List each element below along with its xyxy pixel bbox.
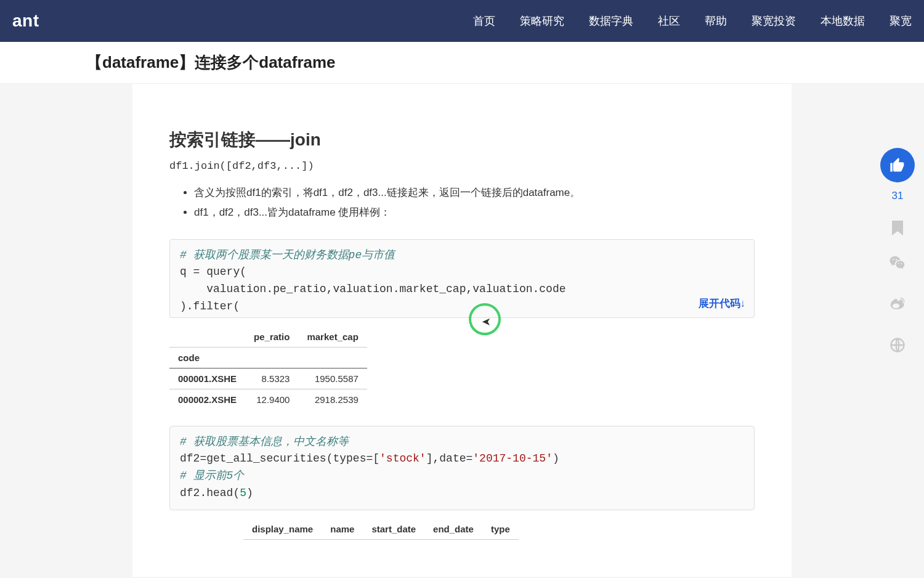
row-index: 000001.XSHE: [169, 368, 245, 389]
expand-code-button[interactable]: 展开代码↓: [694, 296, 746, 312]
nav-links: 首页 策略研究 数据字典 社区 帮助 聚宽投资 本地数据 聚宽: [473, 14, 912, 28]
code-comment: # 获取股票基本信息，中文名称等: [180, 436, 349, 448]
code-comment: # 显示前5个: [180, 470, 244, 482]
article-body: 按索引链接——join df1.join([df2,df3,...]) 含义为按…: [132, 84, 792, 577]
nav-data-dict[interactable]: 数据字典: [589, 14, 633, 28]
col-header: display_name: [243, 519, 322, 540]
code-line: q = query(: [180, 266, 246, 278]
list-item: df1，df2，df3...皆为dataframe 使用样例：: [194, 203, 755, 222]
wechat-icon: [888, 254, 907, 272]
description-list: 含义为按照df1的索引，将df1，df2，df3...链接起来，返回一个链接后的…: [194, 183, 755, 223]
code-comment: # 获取两个股票某一天的财务数据pe与市值: [180, 249, 395, 261]
col-header: market_cap: [298, 327, 367, 348]
nav-more[interactable]: 聚宽: [890, 14, 912, 28]
logo: ant: [12, 11, 39, 31]
weibo-share-button[interactable]: [888, 295, 907, 318]
nav-community[interactable]: 社区: [658, 14, 680, 28]
page-title: 【dataframe】连接多个dataframe: [86, 52, 838, 73]
like-count: 31: [892, 190, 904, 202]
row-index: 000002.XSHE: [169, 389, 245, 410]
bookmark-button[interactable]: [892, 221, 903, 235]
page-title-bar: 【dataframe】连接多个dataframe: [0, 42, 924, 84]
thumbs-up-icon: [889, 157, 906, 174]
syntax-line: df1.join([df2,df3,...]): [169, 160, 755, 172]
code-line: valuation.pe_ratio,valuation.market_cap,…: [180, 283, 566, 295]
col-header: end_date: [424, 519, 482, 540]
list-item: 含义为按照df1的索引，将df1，df2，df3...链接起来，返回一个链接后的…: [194, 183, 755, 203]
nav-help[interactable]: 帮助: [705, 14, 727, 28]
index-label: code: [169, 347, 245, 368]
globe-icon: [889, 336, 906, 354]
cell: 12.9400: [245, 389, 298, 410]
col-header: start_date: [363, 519, 424, 540]
nav-invest[interactable]: 聚宽投资: [752, 14, 796, 28]
table-row: 000002.XSHE 12.9400 2918.2539: [169, 389, 367, 410]
code-line: df2=get_all_securities(types=['stock'],d…: [180, 452, 559, 465]
col-header: name: [322, 519, 363, 540]
code-block-1[interactable]: # 获取两个股票某一天的财务数据pe与市值 q = query( valuati…: [169, 239, 755, 318]
wechat-share-button[interactable]: [888, 254, 907, 277]
nav-strategy[interactable]: 策略研究: [520, 14, 564, 28]
cell: 2918.2539: [298, 389, 367, 410]
code-line: ).filter(: [180, 300, 240, 312]
weibo-icon: [888, 295, 907, 314]
col-header: pe_ratio: [245, 327, 298, 348]
nav-local-data[interactable]: 本地数据: [821, 14, 865, 28]
section-heading: 按索引链接——join: [169, 128, 755, 152]
output-table-2: display_name name start_date end_date ty…: [243, 519, 519, 540]
code-line: df2.head(5): [180, 487, 253, 499]
output-table-1: pe_ratio market_cap code 000001.XSHE 8.5…: [169, 327, 367, 410]
cell: 1950.5587: [298, 368, 367, 389]
cell: 8.5323: [245, 368, 298, 389]
table-row: 000001.XSHE 8.5323 1950.5587: [169, 368, 367, 389]
code-block-2[interactable]: # 获取股票基本信息，中文名称等 df2=get_all_securities(…: [169, 426, 755, 511]
like-button[interactable]: [880, 148, 915, 182]
bookmark-icon: [892, 221, 903, 235]
col-header: type: [482, 519, 519, 540]
nav-home[interactable]: 首页: [473, 14, 495, 28]
side-rail: 31: [871, 148, 924, 358]
top-nav: ant 首页 策略研究 数据字典 社区 帮助 聚宽投资 本地数据 聚宽: [0, 0, 924, 42]
share-button[interactable]: [889, 336, 906, 358]
